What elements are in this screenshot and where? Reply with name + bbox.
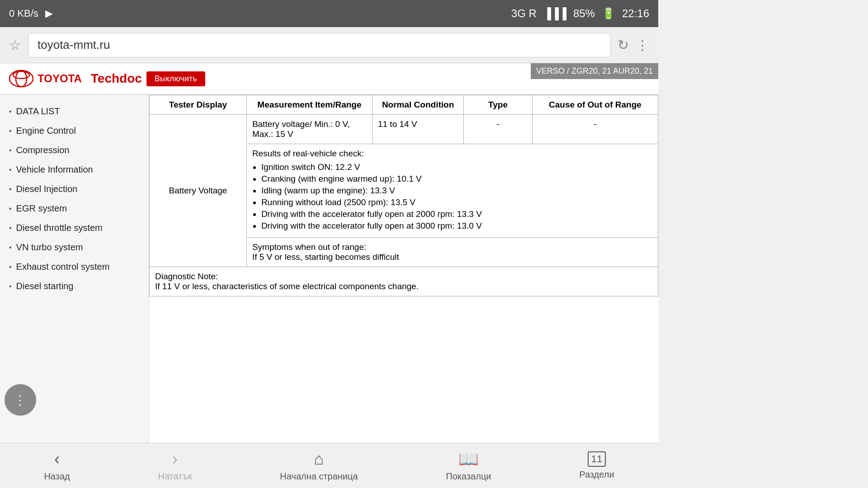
col-header-measure: Measurement Item/Range <box>246 95 372 115</box>
sidebar-item-diesel-throttle[interactable]: • Diesel throttle system <box>0 218 149 238</box>
list-item: Running without load (2500 rpm): 13.5 V <box>261 197 652 207</box>
diagnostic-text: If 11 V or less, characteristics of some… <box>155 282 419 291</box>
switch-button[interactable]: Выключить <box>146 71 205 86</box>
symptoms-text: If 5 V or less, starting becomes difficu… <box>252 252 399 262</box>
bullet-icon: • <box>9 224 12 232</box>
symptoms-header: Symptoms when out of range: <box>252 242 366 252</box>
toyota-header: TOYOTA Techdoc Выключить VERSO / ZGR20, … <box>0 63 658 95</box>
type-cell: - <box>464 115 533 144</box>
battery-icon: 🔋 <box>602 7 615 20</box>
real-vehicle-header: Results of real-vehicle check: <box>252 149 364 158</box>
bullet-icon: • <box>9 282 12 291</box>
nav-forward-label: Нататък <box>158 471 192 482</box>
data-speed: 0 KB/s <box>9 8 38 19</box>
dots-icon: ⋮ <box>14 393 27 408</box>
col-header-cause: Cause of Out of Range <box>532 95 658 115</box>
list-item: Ignition switch ON: 12.2 V <box>261 162 652 172</box>
nav-back[interactable]: ‹ Назад <box>44 450 70 482</box>
menu-icon[interactable]: ⋮ <box>636 37 649 53</box>
sidebar-item-diesel-injection[interactable]: • Diesel Injection <box>0 179 149 199</box>
nav-forward[interactable]: › Нататък <box>158 450 192 482</box>
table-row-diagnostic: Diagnostic Note: If 11 V or less, charac… <box>150 267 658 296</box>
sections-icon: 11 <box>588 451 606 467</box>
home-icon: ⌂ <box>314 450 324 469</box>
signal-bars-icon: ▐▐▐ <box>543 7 566 20</box>
list-item: Cranking (with engine warmed up): 10.1 V <box>261 174 652 184</box>
back-icon: ‹ <box>54 450 60 469</box>
list-item: Driving with the accelerator fully open … <box>261 209 652 219</box>
sidebar-item-label: Vehicle Information <box>16 164 93 175</box>
status-right: 3G R ▐▐▐ 85% 🔋 22:16 <box>511 7 649 20</box>
nav-home-label: Начална страница <box>280 471 358 482</box>
signal-text: 3G R <box>511 7 537 20</box>
sidebar-item-vn-turbo[interactable]: • VN turbo system <box>0 238 149 257</box>
col-header-type: Type <box>464 95 533 115</box>
play-icon: ▶ <box>45 8 53 19</box>
bullet-icon: • <box>9 205 12 213</box>
toyota-brand-text: TOYOTA <box>38 72 82 85</box>
bullet-icon: • <box>9 263 12 271</box>
nav-home[interactable]: ⌂ Начална страница <box>280 450 358 482</box>
sidebar-item-label: VN turbo system <box>16 242 83 253</box>
nav-bookmarks[interactable]: 📖 Показалци <box>446 450 491 482</box>
float-action-button[interactable]: ⋮ <box>5 384 36 416</box>
url-input[interactable] <box>28 33 611 57</box>
cause-cell: - <box>532 115 658 144</box>
bullet-icon: • <box>9 166 12 174</box>
col-header-normal: Normal Condition <box>372 95 463 115</box>
sidebar-item-label: Compression <box>16 145 70 155</box>
sidebar-item-vehicle-info[interactable]: • Vehicle Information <box>0 160 149 179</box>
nav-sections[interactable]: 11 Раздели <box>579 451 614 480</box>
sidebar-item-label: Diesel Injection <box>16 184 78 194</box>
nav-sections-label: Раздели <box>579 469 614 480</box>
diagnostic-header: Diagnostic Note: <box>155 272 218 281</box>
normal-condition-cell: 11 to 14 V <box>372 115 463 144</box>
sidebar-item-exhaust[interactable]: • Exhaust control system <box>0 257 149 277</box>
diagnostic-cell: Diagnostic Note: If 11 V or less, charac… <box>150 267 658 296</box>
bullet-icon: • <box>9 146 12 155</box>
real-vehicle-list: Ignition switch ON: 12.2 V Cranking (wit… <box>261 162 652 231</box>
verso-badge: VERSO / ZGR20, 21 AUR20, 21 <box>531 63 658 79</box>
tester-display-cell: Battery Voltage <box>150 115 247 267</box>
col-header-tester: Tester Display <box>150 95 247 115</box>
sidebar-item-label: Exhaust control system <box>16 262 110 272</box>
techdoc-title: Techdoc <box>91 71 142 86</box>
data-table: Tester Display Measurement Item/Range No… <box>149 95 658 296</box>
svg-point-2 <box>13 71 29 79</box>
table-row-battery-basic: Battery Voltage Battery voltage/ Min.: 0… <box>150 115 658 144</box>
star-icon[interactable]: ☆ <box>9 37 21 53</box>
list-item: Driving with the accelerator fully open … <box>261 221 652 231</box>
bullet-icon: • <box>9 244 12 252</box>
refresh-icon[interactable]: ↻ <box>618 37 629 53</box>
sidebar-item-compression[interactable]: • Compression <box>0 141 149 160</box>
toyota-emblem-icon <box>9 70 34 88</box>
sidebar-item-label: Diesel throttle system <box>16 223 103 233</box>
main-content: • DATA LIST • Engine Control • Compressi… <box>0 95 658 443</box>
sidebar-item-engine-control[interactable]: • Engine Control <box>0 121 149 141</box>
status-left: 0 KB/s ▶ <box>9 8 53 19</box>
sidebar-item-label: EGR system <box>16 203 67 214</box>
clock: 22:16 <box>622 7 649 20</box>
bullet-icon: • <box>9 127 12 135</box>
sidebar-item-data-list[interactable]: • DATA LIST <box>0 102 149 121</box>
bottom-nav: ‹ Назад › Нататък ⌂ Начална страница 📖 П… <box>0 443 658 488</box>
content-area: Tester Display Measurement Item/Range No… <box>149 95 658 443</box>
sidebar-item-label: Diesel starting <box>16 281 74 291</box>
bullet-icon: • <box>9 108 12 116</box>
bullet-icon: • <box>9 185 12 193</box>
toyota-logo: TOYOTA <box>9 70 82 88</box>
measure-item-cell: Battery voltage/ Min.: 0 V, Max.: 15 V <box>246 115 372 144</box>
battery-percent: 85% <box>573 7 595 20</box>
url-bar: ☆ ↻ ⋮ <box>0 27 658 63</box>
sidebar-item-diesel-starting[interactable]: • Diesel starting <box>0 277 149 296</box>
forward-icon: › <box>172 450 178 469</box>
nav-back-label: Назад <box>44 471 70 482</box>
bookmarks-icon: 📖 <box>458 450 479 469</box>
status-bar: 0 KB/s ▶ 3G R ▐▐▐ 85% 🔋 22:16 <box>0 0 658 27</box>
symptoms-cell: Symptoms when out of range: If 5 V or le… <box>246 238 658 267</box>
sidebar-item-label: Engine Control <box>16 126 76 136</box>
nav-bookmarks-label: Показалци <box>446 471 491 482</box>
sidebar-item-egr[interactable]: • EGR system <box>0 199 149 218</box>
list-item: Idling (warm up the engine): 13.3 V <box>261 186 652 196</box>
real-vehicle-cell: Results of real-vehicle check: Ignition … <box>246 144 658 238</box>
